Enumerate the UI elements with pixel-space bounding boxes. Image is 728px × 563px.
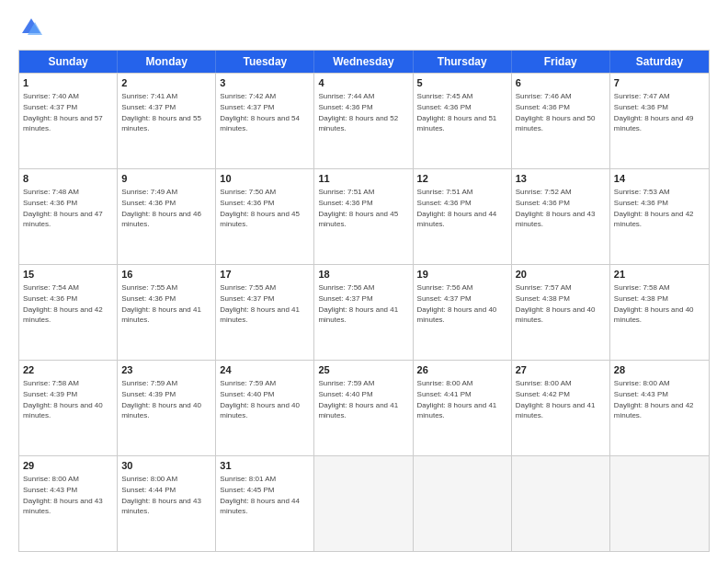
calendar-header: SundayMondayTuesdayWednesdayThursdayFrid… [19,51,709,73]
header-day-sunday: Sunday [19,51,118,73]
cal-cell: 10Sunrise: 7:50 AMSunset: 4:36 PMDayligh… [216,169,314,264]
cell-info: Sunrise: 8:01 AMSunset: 4:45 PMDaylight:… [220,474,310,516]
cal-cell: 15Sunrise: 7:54 AMSunset: 4:36 PMDayligh… [19,265,118,360]
day-number: 10 [220,172,310,186]
cal-cell: 22Sunrise: 7:58 AMSunset: 4:39 PMDayligh… [19,361,118,455]
day-number: 11 [318,172,408,186]
cell-info: Sunrise: 8:00 AMSunset: 4:44 PMDaylight:… [121,474,211,516]
cal-cell: 23Sunrise: 7:59 AMSunset: 4:39 PMDayligh… [118,361,216,455]
cell-info: Sunrise: 8:00 AMSunset: 4:42 PMDaylight:… [516,378,606,420]
cell-info: Sunrise: 7:59 AMSunset: 4:39 PMDaylight:… [121,378,211,420]
cell-info: Sunrise: 8:00 AMSunset: 4:43 PMDaylight:… [614,378,705,420]
cal-cell: 19Sunrise: 7:56 AMSunset: 4:37 PMDayligh… [414,265,512,360]
day-number: 27 [516,363,606,377]
day-number: 26 [417,363,507,377]
cell-info: Sunrise: 7:59 AMSunset: 4:40 PMDaylight:… [220,378,310,420]
cal-cell: 8Sunrise: 7:48 AMSunset: 4:36 PMDaylight… [19,169,118,264]
day-number: 1 [23,76,113,90]
cell-info: Sunrise: 7:59 AMSunset: 4:40 PMDaylight:… [318,378,408,420]
day-number: 15 [23,268,113,282]
day-number: 3 [220,76,310,90]
day-number: 12 [417,172,507,186]
cell-info: Sunrise: 7:46 AMSunset: 4:36 PMDaylight:… [516,91,606,133]
cal-row-3: 15Sunrise: 7:54 AMSunset: 4:36 PMDayligh… [19,264,709,360]
day-number: 8 [23,172,113,186]
day-number: 13 [516,172,606,186]
cell-info: Sunrise: 8:00 AMSunset: 4:43 PMDaylight:… [23,474,113,516]
cal-cell: 26Sunrise: 8:00 AMSunset: 4:41 PMDayligh… [414,361,512,455]
day-number: 31 [220,459,310,473]
page: SundayMondayTuesdayWednesdayThursdayFrid… [0,0,728,563]
cal-row-5: 29Sunrise: 8:00 AMSunset: 4:43 PMDayligh… [19,455,709,551]
cell-info: Sunrise: 7:41 AMSunset: 4:37 PMDaylight:… [121,91,211,133]
cell-info: Sunrise: 7:52 AMSunset: 4:36 PMDaylight:… [516,187,606,229]
day-number: 30 [121,459,211,473]
cell-info: Sunrise: 7:58 AMSunset: 4:39 PMDaylight:… [23,378,113,420]
day-number: 23 [121,363,211,377]
cal-cell: 5Sunrise: 7:45 AMSunset: 4:36 PMDaylight… [414,74,512,168]
logo-icon [18,15,44,40]
cell-info: Sunrise: 7:44 AMSunset: 4:36 PMDaylight:… [318,91,408,133]
day-number: 5 [417,76,507,90]
day-number: 9 [121,172,211,186]
header-day-wednesday: Wednesday [314,51,413,73]
cell-info: Sunrise: 7:57 AMSunset: 4:38 PMDaylight:… [516,282,606,325]
cell-info: Sunrise: 7:54 AMSunset: 4:36 PMDaylight:… [23,282,113,325]
cal-cell: 31Sunrise: 8:01 AMSunset: 4:45 PMDayligh… [216,456,314,551]
cell-info: Sunrise: 7:58 AMSunset: 4:38 PMDaylight:… [614,282,705,325]
cell-info: Sunrise: 7:55 AMSunset: 4:36 PMDaylight:… [121,282,211,325]
cal-cell: 20Sunrise: 7:57 AMSunset: 4:38 PMDayligh… [512,265,610,360]
day-number: 14 [614,172,705,186]
day-number: 19 [417,268,507,282]
cal-cell: 4Sunrise: 7:44 AMSunset: 4:36 PMDaylight… [314,74,413,168]
header-day-saturday: Saturday [610,51,709,73]
day-number: 4 [318,76,408,90]
logo [18,15,48,40]
cell-info: Sunrise: 7:56 AMSunset: 4:37 PMDaylight:… [318,282,408,325]
calendar: SundayMondayTuesdayWednesdayThursdayFrid… [18,50,710,552]
day-number: 7 [614,76,705,90]
cal-cell: 21Sunrise: 7:58 AMSunset: 4:38 PMDayligh… [610,265,709,360]
cal-cell: 14Sunrise: 7:53 AMSunset: 4:36 PMDayligh… [610,169,709,264]
header-day-tuesday: Tuesday [216,51,314,73]
calendar-body: 1Sunrise: 7:40 AMSunset: 4:37 PMDaylight… [19,73,709,551]
cal-cell [610,456,709,551]
cal-cell [314,456,413,551]
cal-row-2: 8Sunrise: 7:48 AMSunset: 4:36 PMDaylight… [19,168,709,264]
cell-info: Sunrise: 7:48 AMSunset: 4:36 PMDaylight:… [23,187,113,229]
cal-cell: 2Sunrise: 7:41 AMSunset: 4:37 PMDaylight… [118,74,216,168]
cal-cell: 18Sunrise: 7:56 AMSunset: 4:37 PMDayligh… [314,265,413,360]
cell-info: Sunrise: 8:00 AMSunset: 4:41 PMDaylight:… [417,378,507,420]
cal-cell: 27Sunrise: 8:00 AMSunset: 4:42 PMDayligh… [512,361,610,455]
day-number: 6 [516,76,606,90]
cal-cell: 24Sunrise: 7:59 AMSunset: 4:40 PMDayligh… [216,361,314,455]
cell-info: Sunrise: 7:45 AMSunset: 4:36 PMDaylight:… [417,91,507,133]
day-number: 22 [23,363,113,377]
day-number: 25 [318,363,408,377]
cell-info: Sunrise: 7:51 AMSunset: 4:36 PMDaylight:… [417,187,507,229]
cal-cell: 25Sunrise: 7:59 AMSunset: 4:40 PMDayligh… [314,361,413,455]
cal-cell: 29Sunrise: 8:00 AMSunset: 4:43 PMDayligh… [19,456,118,551]
cal-cell: 3Sunrise: 7:42 AMSunset: 4:37 PMDaylight… [216,74,314,168]
header-day-friday: Friday [512,51,610,73]
cell-info: Sunrise: 7:53 AMSunset: 4:36 PMDaylight:… [614,187,705,229]
header-day-thursday: Thursday [414,51,512,73]
cal-cell: 17Sunrise: 7:55 AMSunset: 4:37 PMDayligh… [216,265,314,360]
day-number: 24 [220,363,310,377]
cal-row-4: 22Sunrise: 7:58 AMSunset: 4:39 PMDayligh… [19,360,709,455]
header [18,15,710,40]
cal-cell [512,456,610,551]
cal-cell: 11Sunrise: 7:51 AMSunset: 4:36 PMDayligh… [314,169,413,264]
cal-cell: 7Sunrise: 7:47 AMSunset: 4:36 PMDaylight… [610,74,709,168]
day-number: 20 [516,268,606,282]
cal-cell: 9Sunrise: 7:49 AMSunset: 4:36 PMDaylight… [118,169,216,264]
day-number: 28 [614,363,705,377]
day-number: 2 [121,76,211,90]
cal-cell: 6Sunrise: 7:46 AMSunset: 4:36 PMDaylight… [512,74,610,168]
cal-cell [414,456,512,551]
cal-cell: 30Sunrise: 8:00 AMSunset: 4:44 PMDayligh… [118,456,216,551]
day-number: 29 [23,459,113,473]
cell-info: Sunrise: 7:55 AMSunset: 4:37 PMDaylight:… [220,282,310,325]
cal-cell: 28Sunrise: 8:00 AMSunset: 4:43 PMDayligh… [610,361,709,455]
day-number: 16 [121,268,211,282]
